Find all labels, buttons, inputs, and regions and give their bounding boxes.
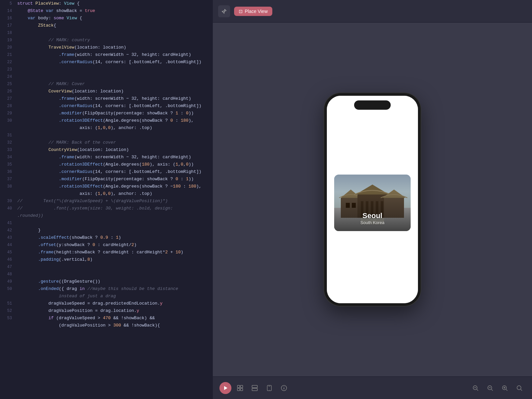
code-line: 46 .padding(.vertical,8)	[0, 256, 213, 263]
toolbar-right	[469, 382, 525, 394]
line-number: 45	[0, 249, 12, 256]
line-number: 38	[0, 183, 12, 190]
zoom-out-button-1[interactable]	[469, 382, 481, 394]
line-number: 29	[0, 110, 12, 117]
code-line: 53 if (dragValueSpeed > 470 && !showBack…	[0, 315, 213, 322]
code-line: 29 .modifier(FlipOpacity(percentage: sho…	[0, 110, 213, 117]
code-line: 23	[0, 66, 213, 73]
grid-button-1[interactable]	[234, 382, 246, 394]
line-number: 39	[0, 198, 12, 205]
code-line: 31	[0, 132, 213, 139]
code-line: 19 // MARK: country	[0, 37, 213, 44]
code-line: 24	[0, 73, 213, 80]
line-code: .rounded))	[17, 212, 43, 219]
line-code: .cornerRadius(14, corners: [.bottomLeft,…	[17, 102, 201, 110]
line-code: .frame(width: screenWidth − 32, height: …	[17, 51, 191, 59]
code-line: .rounded))	[0, 212, 213, 219]
grid-icon-1	[237, 385, 243, 391]
line-code: (dragValuePosition > 300 && !showBack){	[17, 322, 160, 329]
svg-rect-20	[240, 388, 243, 391]
line-number: 41	[0, 219, 12, 227]
card-city: Seoul	[334, 211, 411, 220]
grid-button-2[interactable]	[249, 382, 261, 394]
code-line: 26 CoverView(location: location)	[0, 88, 213, 95]
zoom-out-button-2[interactable]	[484, 382, 496, 394]
svg-line-34	[491, 389, 493, 391]
iphone-screen: Seoul South Korea	[327, 96, 418, 303]
preview-area: Seoul South Korea	[213, 23, 532, 376]
line-code: struct PlaceView: View {	[17, 0, 79, 7]
line-code	[17, 271, 20, 278]
line-code	[17, 132, 20, 139]
line-code: .rotation3DEffect(Angle.degrees(showBack…	[17, 117, 194, 124]
code-line: 41	[0, 219, 213, 227]
zoom-in-button[interactable]	[499, 382, 511, 394]
line-number: 31	[0, 132, 12, 139]
line-code: }	[17, 227, 41, 234]
line-number: 40	[0, 205, 12, 212]
svg-marker-16	[224, 386, 227, 390]
line-number: 52	[0, 307, 12, 315]
code-line: 34 .frame(width: screenWidth − 32, heigh…	[0, 154, 213, 161]
preview-toolbar	[213, 376, 532, 399]
info-button[interactable]	[278, 382, 290, 394]
code-line: 40// .font(.system(size: 30, weight: .bo…	[0, 205, 213, 212]
line-number: 47	[0, 263, 12, 271]
line-code	[17, 66, 20, 73]
line-number: 44	[0, 241, 12, 249]
iphone-notch	[354, 100, 391, 110]
line-number: 42	[0, 227, 12, 234]
line-number: 18	[0, 29, 12, 37]
line-number: 46	[0, 256, 12, 263]
code-line: 18	[0, 29, 213, 37]
info-icon	[281, 385, 287, 391]
grid-icon-2	[252, 385, 258, 391]
line-code: .cornerRadius(14, corners: [.bottomLeft,…	[17, 59, 201, 66]
code-line: 35 .rotation3DEffect(Angle.degrees(180),…	[0, 161, 213, 168]
line-code: .cornerRadius(14, corners: [.bottomLeft,…	[17, 168, 201, 176]
line-code: CountryView(location: location)	[17, 146, 129, 154]
line-number: 20	[0, 44, 12, 51]
line-code	[17, 73, 20, 80]
line-code: axis: (1,0,0), anchor: .top)	[17, 190, 152, 198]
line-number: 27	[0, 95, 12, 102]
zoom-fit-icon	[516, 385, 522, 391]
line-code: var body: some View {	[17, 15, 82, 22]
device-button[interactable]	[263, 382, 275, 394]
place-view-button[interactable]: ⊡ Place View	[234, 7, 272, 16]
zoom-in-icon	[502, 385, 508, 391]
line-number: 19	[0, 37, 12, 44]
line-number: 21	[0, 51, 12, 59]
line-number: 51	[0, 300, 12, 307]
code-line: 21 .frame(width: screenWidth − 32, heigh…	[0, 51, 213, 59]
line-number: 34	[0, 154, 12, 161]
line-code	[17, 219, 20, 227]
line-code: .padding(.vertical,8)	[17, 256, 92, 263]
svg-rect-28	[284, 388, 284, 389]
zoom-fit-button[interactable]	[513, 382, 525, 394]
line-code: // Text("\(dragValueSpeed) + \(dragValue…	[17, 198, 168, 205]
svg-rect-18	[240, 385, 243, 388]
line-code: axis: (1,0,0), anchor: .top)	[17, 124, 152, 132]
place-view-icon: ⊡	[239, 9, 243, 14]
play-icon	[223, 386, 228, 390]
line-number: 16	[0, 15, 12, 22]
code-line: 36 .cornerRadius(14, corners: [.bottomLe…	[0, 168, 213, 176]
code-line: 14 @State var showBack = true	[0, 7, 213, 15]
code-line: 47	[0, 263, 213, 271]
line-number: 33	[0, 146, 12, 154]
pin-button[interactable]	[218, 5, 230, 17]
zoom-out-icon-2	[487, 385, 493, 391]
code-line: 51 dragValueSpeed = drag.predictedEndLoc…	[0, 300, 213, 307]
code-line: 48	[0, 271, 213, 278]
line-code: .scaleEffect(showBack ? 0.9 : 1)	[17, 234, 121, 241]
code-line: 52 dragValuePosition = drag.location.y	[0, 307, 213, 315]
line-code: // MARK: Cover	[17, 80, 85, 88]
play-button[interactable]	[219, 382, 231, 394]
line-number: 50	[0, 285, 12, 293]
svg-rect-17	[237, 385, 240, 388]
line-number: 24	[0, 73, 12, 80]
line-code: .rotation3DEffect(Angle.degrees(180), ax…	[17, 161, 194, 168]
place-view-label: Place View	[245, 9, 268, 14]
line-code: .modifier(FlipOpacity(percentage: showBa…	[17, 110, 194, 117]
